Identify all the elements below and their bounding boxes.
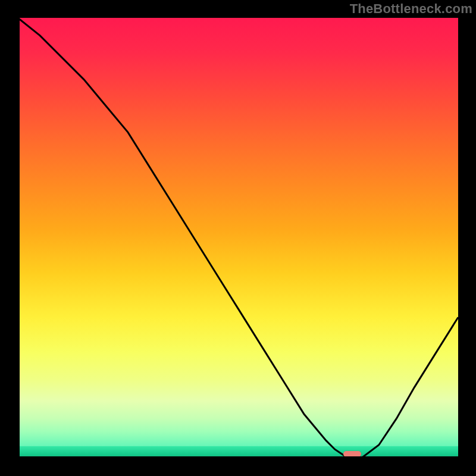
watermark-text: TheBottleneck.com <box>350 1 472 17</box>
y-axis <box>18 18 20 458</box>
x-axis <box>18 456 458 458</box>
plot-area <box>18 18 458 458</box>
bottleneck-curve <box>18 18 458 458</box>
chart-frame: TheBottleneck.com <box>0 0 476 476</box>
curve-layer <box>18 18 458 458</box>
